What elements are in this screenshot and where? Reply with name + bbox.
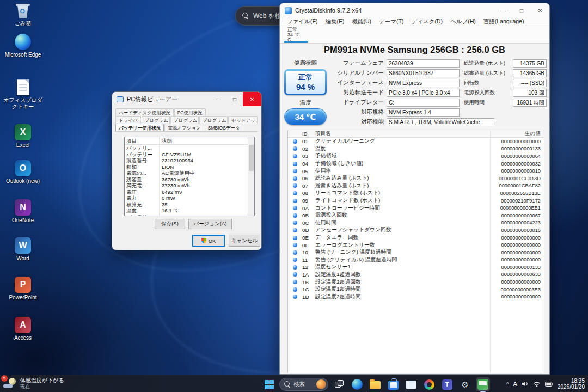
taskbar-icon-task-view[interactable] [332,377,346,391]
clock[interactable]: 18:35 2026/01/20 [558,378,585,390]
list-rows: バッテリ... バッテリー CF-VZSU1M 製造番号 23102100934 [125,145,254,216]
item-status: 35 [160,201,254,208]
tab[interactable]: プログラム 1 [142,116,170,124]
tab[interactable]: 電源オプション [164,124,204,131]
list-scrollbar[interactable] [248,137,254,216]
desktop-icon-word[interactable]: W Word [2,237,44,262]
desktop-icon-access[interactable]: A Access [2,317,44,341]
maximize-button[interactable]: □ [512,3,531,17]
menu-item[interactable]: 機能(U) [348,18,375,26]
taskbar-icon-crystaldiskinfo[interactable] [476,377,490,391]
tab[interactable]: プログラム 2 [170,116,199,124]
taskbar-search-box[interactable]: 検索 [279,378,328,391]
battery-icon[interactable] [545,382,553,387]
taskbar-icon-mail[interactable] [404,377,418,391]
taskbar-icon-settings[interactable]: ⚙ [458,377,472,391]
item-status: AC電源使用中 [160,170,254,176]
smart-id: 1B [302,279,315,285]
field-label: 対応機能 [332,118,387,126]
tab[interactable]: ハードディスク使用状況 [115,108,174,116]
tab[interactable]: セットアップ [228,116,258,124]
smart-raw-value: 00000001CC013D [494,176,544,181]
speaker-icon[interactable] [522,381,529,387]
list-item: バッテリー CF-VZSU1M [125,151,254,158]
smart-id: 12 [302,264,315,270]
tab[interactable]: PC使用状況 [174,108,206,116]
menu-item[interactable]: 言語(Language) [480,18,528,26]
maximize-button[interactable]: □ [226,92,243,106]
scrollbar-thumb[interactable] [249,145,254,171]
taskbar-icon-file-explorer[interactable] [368,377,382,391]
smart-id: 0D [302,227,315,233]
item-status: 16.1 ℃ [160,207,254,214]
close-button[interactable]: ✕ [531,3,549,17]
field-row: 対応規格 NVM Express 1.4 [332,107,494,117]
smart-row: 08 リードコマンド数 (ホスト) 0000002656B13E [288,189,544,197]
menu-item[interactable]: ディスク(D) [407,18,446,26]
weather-widget[interactable]: 5 体感温度が下がる 現在 [3,377,64,390]
pcv-tabs: ハードディスク使用状況PC使用状況 ドライバープログラム 1プログラム 2プログ… [115,108,258,132]
tray-overflow-chevron[interactable]: ^ [506,382,509,388]
tab[interactable]: ドライバー [115,116,141,124]
smart-attribute-name: 警告 (クリティカル) 温度超過時間 [315,256,494,264]
desktop-icon-label: PowerPoint [9,295,36,301]
smart-raw-value: 00000000004223 [494,220,544,225]
network-icon[interactable] [533,381,541,387]
smart-attribute-name: エラーログエントリー数 [315,242,494,249]
outlook-icon: O [15,160,31,176]
desktop-icon-excel[interactable]: X Excel [2,124,44,149]
health-dot-icon [293,199,297,203]
taskbar-icon-edge[interactable] [350,377,364,391]
smart-id: 0C [302,220,315,226]
save-button[interactable]: 保存(S) [155,219,185,229]
smart-rows: 01 クリティカルワーニング 00000000000000 02 温度 0000… [288,138,544,301]
disk-tab-c[interactable]: 正常 34 ℃ C: [284,27,308,43]
stat-label: 電源投入回数 [464,89,513,96]
drive-title: PM991a NVMe Samsung 256GB : 256.0 GB [280,45,549,55]
menu-item[interactable]: ファイル(F) [283,18,321,26]
search-label: 検索 [293,381,305,388]
tab[interactable]: プログラム 3 [199,116,228,124]
photos-icon [424,379,434,390]
minimize-button[interactable]: — [494,3,512,17]
close-button[interactable]: ✕ [243,92,261,106]
health-dot-icon [293,228,297,232]
smart-row: 0B 電源投入回数 00000000000067 [288,212,544,219]
smart-raw-value: 000000000003E3 [494,287,544,292]
smart-id: 05 [302,168,315,174]
desktop-icon-outlook[interactable]: O Outlook (new) [2,160,44,185]
smart-row: 11 警告 (クリティカル) 温度超過時間 00000000000000 [288,256,544,264]
smart-attribute-name: 警告 (ワーニング) 温度超過時間 [315,249,494,256]
temperature-value[interactable]: 34 ℃ [284,108,327,125]
minimize-button[interactable]: — [210,92,226,106]
stat-label: 総書込量 (ホスト) [464,70,513,77]
version-button[interactable]: バージョン(A) [188,219,232,229]
health-status-box[interactable]: 正常 94 % [284,69,327,95]
tab[interactable]: バッテリー使用状況 [115,124,164,131]
ime-indicator[interactable]: A [513,381,517,387]
menu-item[interactable]: 編集(E) [321,18,348,26]
ok-button[interactable]: OK [192,235,225,247]
desktop-icon-powerpoint[interactable]: P PowerPoint [2,277,44,301]
taskbar-icon-store[interactable] [386,377,400,391]
menu-item[interactable]: テーマ(T) [375,18,407,26]
smart-row: 05 使用率 00000000000010 [288,167,544,175]
desktop-icon-office-key[interactable]: オフィスプロダクトキー [2,79,44,110]
cancel-button[interactable]: キャンセル [229,235,260,247]
item-status: CF-VZSU1M [160,151,254,158]
desktop-icon-edge[interactable]: Microsoft Edge [2,34,44,58]
desktop-icon-onenote[interactable]: N OneNote [2,199,44,224]
edge-icon [352,379,363,390]
field-value: S660NX0T510387 [387,69,460,77]
search-icon [242,13,249,19]
tab[interactable]: SMBIOSデータ [205,124,243,131]
smart-row: 03 予備領域 00000000000064 [288,152,544,160]
stat-row: 回転数 ---- (SSD) [464,78,547,88]
desktop-icon-recycle-bin[interactable]: ♻ ごみ箱 [2,2,44,27]
item-status: CF-VZSU1M 231021009... [160,214,254,217]
start-button[interactable] [262,378,275,391]
taskbar-icon-photos[interactable] [422,377,436,391]
taskbar-icon-teams[interactable]: T [440,377,454,391]
menu-item[interactable]: ヘルプ(H) [446,18,480,26]
smart-id: 11 [302,257,315,263]
